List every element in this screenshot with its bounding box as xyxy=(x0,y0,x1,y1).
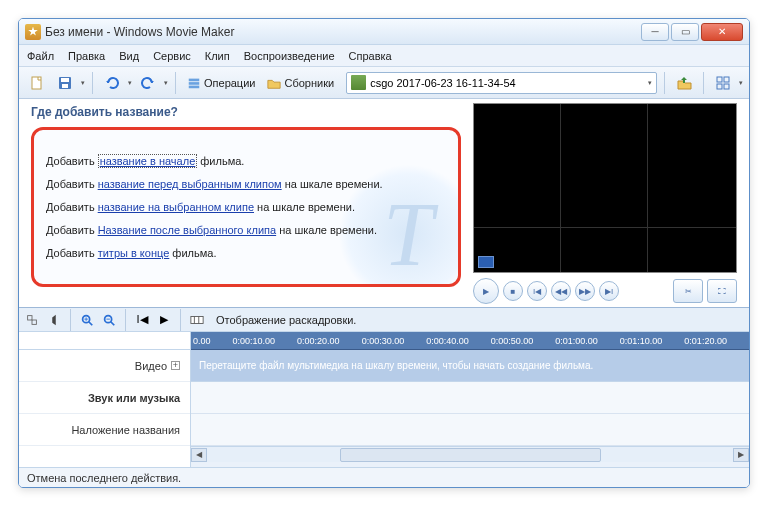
redo-button[interactable] xyxy=(136,71,160,95)
menu-clip[interactable]: Клип xyxy=(205,50,230,62)
tl-zoom-in-icon[interactable] xyxy=(23,311,41,329)
menubar: Файл Правка Вид Сервис Клип Воспроизведе… xyxy=(19,45,749,67)
storyboard-icon[interactable] xyxy=(188,311,206,329)
app-icon xyxy=(25,24,41,40)
collection-combo[interactable]: csgo 2017-06-23 16-11-34-54 ▾ xyxy=(346,72,657,94)
player-controls: ▶ ■ I◀ ◀◀ ▶▶ ▶I ✂ ⛶ xyxy=(473,275,737,307)
track-label-video: Видео+ xyxy=(19,350,190,382)
operations-button[interactable]: Операции xyxy=(183,76,259,90)
fullscreen-button[interactable]: ⛶ xyxy=(707,279,737,303)
menu-view[interactable]: Вид xyxy=(119,50,139,62)
svg-rect-10 xyxy=(724,84,729,89)
menu-tools[interactable]: Сервис xyxy=(153,50,191,62)
track-label-audio: Звук или музыка xyxy=(19,382,190,414)
link-title-after[interactable]: Название после выбранного клипа xyxy=(98,224,276,236)
svg-rect-3 xyxy=(62,84,68,88)
undo-dropdown-icon[interactable]: ▾ xyxy=(128,79,132,87)
preview-monitor-icon xyxy=(478,256,494,268)
play-button[interactable]: ▶ xyxy=(473,278,499,304)
new-button[interactable] xyxy=(25,71,49,95)
link-title-before[interactable]: название перед выбранным клипом xyxy=(98,178,282,190)
menu-play[interactable]: Воспроизведение xyxy=(244,50,335,62)
link-title-on[interactable]: название на выбранном клипе xyxy=(98,201,254,213)
svg-line-18 xyxy=(111,321,115,325)
track-label-title: Наложение названия xyxy=(19,414,190,446)
preview-screen xyxy=(473,103,737,273)
collections-button[interactable]: Сборники xyxy=(263,76,338,90)
timeline-toolbar: I◀ ▶ Отображение раскадровки. xyxy=(19,308,749,332)
save-dropdown-icon[interactable]: ▾ xyxy=(81,79,85,87)
task-heading: Где добавить название? xyxy=(31,105,461,119)
title-track[interactable] xyxy=(191,414,749,446)
save-button[interactable] xyxy=(53,71,77,95)
svg-rect-20 xyxy=(191,316,203,323)
operations-label: Операции xyxy=(204,77,255,89)
scroll-right-icon[interactable]: ▶ xyxy=(733,448,749,462)
task-item: Добавить название перед выбранным клипом… xyxy=(46,178,446,190)
tl-zoom-out-btn[interactable] xyxy=(100,311,118,329)
view-dropdown-icon[interactable]: ▾ xyxy=(739,79,743,87)
split-button[interactable]: ✂ xyxy=(673,279,703,303)
tracks-area: 0.000:00:10.000:00:20.000:00:30.000:00:4… xyxy=(191,332,749,467)
task-item: Добавить название в начале фильма. xyxy=(46,155,446,167)
tl-rewind-btn[interactable]: I◀ xyxy=(133,311,151,329)
toolbar: ▾ ▾ ▾ Операции Сборники csgo 2017-06-23 … xyxy=(19,67,749,99)
view-mode-button[interactable] xyxy=(711,71,735,95)
status-text: Отмена последнего действия. xyxy=(27,472,181,484)
scroll-thumb[interactable] xyxy=(340,448,601,462)
svg-rect-7 xyxy=(717,77,722,82)
link-title-begin[interactable]: название в начале xyxy=(98,154,198,168)
close-button[interactable]: ✕ xyxy=(701,23,743,41)
svg-rect-6 xyxy=(189,85,200,88)
stop-button[interactable]: ■ xyxy=(503,281,523,301)
scroll-left-icon[interactable]: ◀ xyxy=(191,448,207,462)
next-button[interactable]: ▶I xyxy=(599,281,619,301)
svg-rect-5 xyxy=(189,82,200,85)
expand-video-icon[interactable]: + xyxy=(171,361,180,370)
preview-pane: ▶ ■ I◀ ◀◀ ▶▶ ▶I ✂ ⛶ xyxy=(473,99,743,307)
highlight-box: T Добавить название в начале фильма. Доб… xyxy=(31,127,461,287)
svg-rect-8 xyxy=(724,77,729,82)
menu-file[interactable]: Файл xyxy=(27,50,54,62)
collections-label: Сборники xyxy=(284,77,334,89)
timeline: I◀ ▶ Отображение раскадровки. Видео+ Зву… xyxy=(19,307,749,467)
redo-dropdown-icon[interactable]: ▾ xyxy=(164,79,168,87)
rewind-button[interactable]: ◀◀ xyxy=(551,281,571,301)
uplevel-button[interactable] xyxy=(672,71,696,95)
tl-play-btn[interactable]: ▶ xyxy=(155,311,173,329)
forward-button[interactable]: ▶▶ xyxy=(575,281,595,301)
undo-button[interactable] xyxy=(100,71,124,95)
timeline-ruler[interactable]: 0.000:00:10.000:00:20.000:00:30.000:00:4… xyxy=(191,332,749,350)
combo-value: csgo 2017-06-23 16-11-34-54 xyxy=(370,77,516,89)
svg-rect-2 xyxy=(61,78,69,82)
track-labels: Видео+ Звук или музыка Наложение названи… xyxy=(19,332,191,467)
task-item: Добавить Название после выбранного клипа… xyxy=(46,224,446,236)
storyboard-label[interactable]: Отображение раскадровки. xyxy=(216,314,356,326)
menu-edit[interactable]: Правка xyxy=(68,50,105,62)
horizontal-scrollbar[interactable]: ◀ ▶ xyxy=(191,446,749,462)
minimize-button[interactable]: ─ xyxy=(641,23,669,41)
svg-rect-11 xyxy=(28,315,32,319)
video-track[interactable]: Перетащите файл мультимедиа на шкалу вре… xyxy=(191,350,749,382)
prev-button[interactable]: I◀ xyxy=(527,281,547,301)
audio-track[interactable] xyxy=(191,382,749,414)
task-item: Добавить титры в конце фильма. xyxy=(46,247,446,259)
menu-help[interactable]: Справка xyxy=(349,50,392,62)
chevron-down-icon: ▾ xyxy=(648,79,652,87)
tl-narration-icon[interactable] xyxy=(45,311,63,329)
svg-rect-12 xyxy=(32,320,36,324)
svg-rect-4 xyxy=(189,78,200,81)
task-item: Добавить название на выбранном клипе на … xyxy=(46,201,446,213)
task-pane: Где добавить название? T Добавить назван… xyxy=(19,99,473,307)
maximize-button[interactable]: ▭ xyxy=(671,23,699,41)
tl-zoom-in-btn[interactable] xyxy=(78,311,96,329)
svg-rect-0 xyxy=(32,77,41,89)
link-credits-end[interactable]: титры в конце xyxy=(98,247,170,259)
statusbar: Отмена последнего действия. xyxy=(19,467,749,487)
titlebar: Без имени - Windows Movie Maker ─ ▭ ✕ xyxy=(19,19,749,45)
combo-thumb-icon xyxy=(351,75,366,90)
window-title: Без имени - Windows Movie Maker xyxy=(45,25,234,39)
svg-rect-9 xyxy=(717,84,722,89)
svg-line-14 xyxy=(89,321,93,325)
